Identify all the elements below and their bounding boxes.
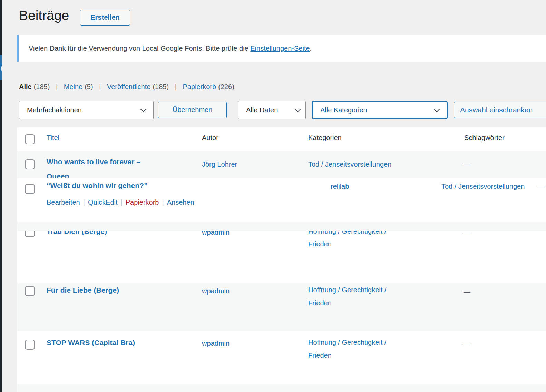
filter-alle[interactable]: Alle xyxy=(19,83,32,90)
admin-menu-edge xyxy=(0,0,2,392)
filter-separator: | xyxy=(175,83,177,90)
categories-link[interactable]: Hoffnung / Gerechtigkeit / xyxy=(308,286,386,294)
post-title-link[interactable]: Who wants to live forever – xyxy=(47,158,140,166)
notice-text: Vielen Dank für die Verwendung von Local… xyxy=(19,45,312,52)
categories-select-value: Alle Kategorien xyxy=(320,106,367,114)
categories-link-line2[interactable]: Frieden xyxy=(308,352,332,360)
action-separator: | xyxy=(121,198,123,206)
action-ansehen[interactable]: Ansehen xyxy=(167,198,194,206)
bulk-actions-select[interactable]: Mehrfachaktionen xyxy=(19,101,154,119)
tags-empty: — xyxy=(464,160,470,168)
column-header-titel[interactable]: Titel xyxy=(47,134,59,142)
column-header-schlagwoerter: Schlagwörter xyxy=(464,134,505,142)
filter-button[interactable]: Auswahl einschränken xyxy=(454,102,546,118)
filter-meine[interactable]: Meine xyxy=(64,83,82,90)
filter-separator: | xyxy=(99,83,101,90)
table-row: STOP WARS (Capital Bra) wpadmin Hoffnung… xyxy=(17,331,546,384)
row-actions: Bearbeiten|QuickEdit|Papierkorb|Ansehen xyxy=(47,198,194,206)
action-quickedit[interactable]: QuickEdit xyxy=(88,198,118,206)
action-bearbeiten[interactable]: Bearbeiten xyxy=(47,198,80,206)
posts-table: Titel Autor Kategorien Schlagwörter Who … xyxy=(17,127,546,392)
row-stripe-band xyxy=(17,384,546,392)
status-filters: Alle(185) | Meine(5) | Veröffentlichte(1… xyxy=(19,83,234,91)
action-papierkorb[interactable]: Papierkorb xyxy=(126,198,159,206)
chevron-down-icon xyxy=(294,106,301,112)
table-row: Who wants to live forever – Queen Jörg L… xyxy=(17,151,546,178)
categories-link[interactable]: Tod / Jenseitsvorstellungen xyxy=(441,183,525,190)
categories-select[interactable]: Alle Kategorien xyxy=(312,101,448,119)
categories-link[interactable]: Hoffnung / Gerechtigkeit / xyxy=(308,339,386,346)
table-row: Trau Dich (Berge) wpadmin Hoffnung / Ger… xyxy=(17,222,546,283)
categories-link[interactable]: Tod / Jenseitsvorstellungen xyxy=(308,160,391,168)
row-checkbox[interactable] xyxy=(25,159,35,169)
table-row: “Weißt du wohin wir gehen?” relilab Tod … xyxy=(17,178,546,222)
chevron-down-icon xyxy=(140,106,146,112)
column-header-kategorien: Kategorien xyxy=(308,134,342,142)
create-post-button[interactable]: Erstellen xyxy=(80,10,130,26)
filter-papierkorb-count: (226) xyxy=(218,83,234,90)
post-title-link[interactable]: “Weißt du wohin wir gehen?” xyxy=(47,182,147,190)
column-header-autor: Autor xyxy=(202,134,218,142)
filter-separator: | xyxy=(56,83,58,90)
table-row: Für die Liebe (Berge) wpadmin Hoffnung /… xyxy=(17,283,546,331)
post-title-link[interactable]: Für die Liebe (Berge) xyxy=(47,286,119,294)
row-checkbox[interactable] xyxy=(25,184,35,194)
admin-menu-current-notch xyxy=(1,64,10,73)
page-title: Beiträge xyxy=(19,8,69,24)
notice-banner: Vielen Dank für die Verwendung von Local… xyxy=(17,35,546,62)
row-checkbox[interactable] xyxy=(25,286,35,296)
filter-papierkorb[interactable]: Papierkorb xyxy=(183,83,216,90)
action-separator: | xyxy=(162,198,164,206)
chevron-down-icon xyxy=(433,106,440,112)
filter-veroeffentlichte[interactable]: Veröffentlichte xyxy=(107,83,150,90)
author-link[interactable]: wpadmin xyxy=(202,340,230,347)
post-title-link-line2[interactable]: Queen xyxy=(47,172,69,178)
author-link[interactable]: relilab xyxy=(331,183,349,190)
table-header-row: Titel Autor Kategorien Schlagwörter xyxy=(17,127,546,151)
row-stripe-band xyxy=(17,222,546,231)
row-checkbox[interactable] xyxy=(25,340,35,350)
post-title-link[interactable]: STOP WARS (Capital Bra) xyxy=(47,339,135,347)
tags-empty: — xyxy=(538,183,545,190)
settings-page-link[interactable]: Einstellungen-Seite xyxy=(250,45,310,52)
dates-select[interactable]: Alle Daten xyxy=(238,101,306,119)
dates-select-value: Alle Daten xyxy=(246,106,278,114)
author-link[interactable]: Jörg Lohrer xyxy=(202,160,237,168)
filter-veroeffentlichte-count: (185) xyxy=(153,83,169,90)
filter-alle-count: (185) xyxy=(34,83,50,90)
filter-meine-count: (5) xyxy=(85,83,93,90)
apply-button[interactable]: Übernehmen xyxy=(158,102,227,118)
notice-message: Vielen Dank für die Verwendung von Local… xyxy=(29,45,250,52)
notice-suffix: . xyxy=(310,45,312,52)
author-link[interactable]: wpadmin xyxy=(202,287,230,295)
select-all-checkbox[interactable] xyxy=(25,134,35,144)
categories-link-line2[interactable]: Frieden xyxy=(308,299,332,307)
categories-link-line2[interactable]: Frieden xyxy=(308,240,332,248)
action-separator: | xyxy=(83,198,85,206)
tags-empty: — xyxy=(464,341,470,349)
tags-empty: — xyxy=(464,288,470,296)
bulk-actions-select-value: Mehrfachaktionen xyxy=(27,106,82,114)
